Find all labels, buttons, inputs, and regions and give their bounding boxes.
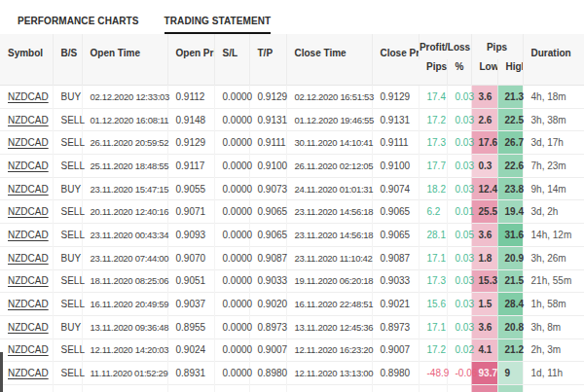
symbol-link[interactable]: NZDCAD <box>8 206 49 217</box>
symbol-cell: NZDCAD <box>0 200 53 224</box>
pips-low-cell: 0.3 <box>471 155 497 178</box>
open-time-cell: 11.11.2020 03:11:38 <box>82 384 167 392</box>
duration-cell: 1d, 11h <box>523 362 584 385</box>
duration-cell: 3d, 17h <box>523 131 584 155</box>
open-time-cell: 26.11.2020 20:59:52 <box>82 131 167 155</box>
pips-low-cell: 1.5 <box>471 293 497 316</box>
symbol-cell: NZDCAD <box>0 362 53 385</box>
duration-cell: 4h, 18m <box>523 86 584 109</box>
buy-sell-cell: SELL <box>53 384 82 392</box>
duration-cell: 21h, 55m <box>523 269 584 293</box>
profit-percent-cell: -0.01 <box>447 384 471 392</box>
close-price-cell: 0.9131 <box>372 108 419 131</box>
open-time-cell: 16.11.2020 20:49:59 <box>82 293 167 316</box>
open-time-cell: 01.12.2020 16:08:11 <box>82 108 167 131</box>
symbol-link[interactable]: NZDCAD <box>8 91 49 102</box>
profit-percent-cell: 0.03 <box>447 269 471 293</box>
symbol-cell: NZDCAD <box>0 86 53 109</box>
buy-sell-cell: SELL <box>53 269 82 293</box>
table-row: NZDCADSELL11.11.2020 03:11:380.89760.000… <box>0 384 584 392</box>
buy-sell-cell: SELL <box>53 362 82 385</box>
symbol-link[interactable]: NZDCAD <box>8 368 49 378</box>
open-price-cell: 0.9055 <box>167 177 214 200</box>
symbol-link[interactable]: NZDCAD <box>8 137 49 148</box>
buy-sell-cell: SELL <box>53 224 82 247</box>
symbol-cell: NZDCAD <box>0 339 53 362</box>
close-time-cell: 23.11.2020 11:10:42 <box>286 246 372 269</box>
stop-loss-cell: 0.0000 <box>214 293 249 316</box>
stop-loss-cell: 0.0000 <box>214 155 249 178</box>
close-time-cell: 23.11.2020 14:56:18 <box>286 224 372 247</box>
profit-pips-cell: 17.3 <box>419 269 447 293</box>
duration-cell: 3d, 2h <box>523 200 584 224</box>
stop-loss-cell: 0.0000 <box>214 315 249 339</box>
duration-cell: 3h, 38m <box>523 108 584 131</box>
pips-high-cell: 20.9 <box>497 246 523 269</box>
symbol-link[interactable]: NZDCAD <box>8 115 49 125</box>
tab-performance-charts[interactable]: PERFORMANCE CHARTS <box>18 16 139 34</box>
close-time-cell: 01.12.2020 19:46:55 <box>286 108 372 131</box>
pips-low-cell: 12.4 <box>471 177 497 200</box>
table-row: NZDCADSELL20.11.2020 12:40:160.90710.000… <box>0 200 584 224</box>
profit-pips-cell: 18.2 <box>419 177 447 200</box>
close-time-cell: 13.11.2020 12:45:36 <box>286 315 372 339</box>
duration-cell: 9h, 14m <box>523 177 584 200</box>
col-header-pl-pips: Pips <box>419 59 447 86</box>
col-group-profit-loss: Profit/Loss <box>419 34 471 59</box>
symbol-link[interactable]: NZDCAD <box>8 322 49 333</box>
pips-low-cell: 3.6 <box>471 86 497 109</box>
open-time-cell: 02.12.2020 12:33:03 <box>82 86 167 109</box>
duration-cell: 3h, 26m <box>523 246 584 269</box>
open-price-cell: 0.9070 <box>167 246 214 269</box>
duration-cell: 2h, 3m <box>523 339 584 362</box>
symbol-link[interactable]: NZDCAD <box>8 184 49 195</box>
close-time-cell: 26.11.2020 02:12:05 <box>286 155 372 178</box>
left-edge-scrollbar[interactable] <box>0 352 3 392</box>
symbol-link[interactable]: NZDCAD <box>8 230 49 240</box>
tab-trading-statement[interactable]: TRADING STATEMENT <box>164 16 272 34</box>
symbol-link[interactable]: NZDCAD <box>8 253 49 264</box>
close-price-cell: 0.9129 <box>372 86 419 109</box>
profit-pips-cell: 28.1 <box>419 224 447 247</box>
close-time-cell: 30.11.2020 14:10:41 <box>286 131 372 155</box>
open-price-cell: 0.9093 <box>167 224 214 247</box>
col-header-pl-percent: % <box>447 59 471 86</box>
close-time-cell: 23.11.2020 14:56:18 <box>286 200 372 224</box>
col-header-open-price: Open Price <box>167 34 214 86</box>
table-row: NZDCADSELL18.11.2020 08:25:060.90510.000… <box>0 269 584 293</box>
open-time-cell: 11.11.2020 01:52:29 <box>82 362 167 385</box>
close-price-cell: 0.9100 <box>372 155 419 178</box>
trading-statement-screen: PERFORMANCE CHARTS TRADING STATEMENT Sym… <box>0 0 584 392</box>
col-header-symbol: Symbol <box>0 34 53 86</box>
symbol-link[interactable]: NZDCAD <box>8 344 49 355</box>
close-price-cell: 0.9065 <box>372 200 419 224</box>
profit-percent-cell: 0.03 <box>447 86 471 109</box>
pips-low-cell: 4.1 <box>471 339 497 362</box>
symbol-cell: NZDCAD <box>0 224 53 247</box>
pips-high-cell: 28.4 <box>497 293 523 316</box>
symbol-link[interactable]: NZDCAD <box>8 299 49 309</box>
close-time-cell: 12.11.2020 13:13:00 <box>286 362 372 385</box>
table-row: NZDCADSELL25.11.2020 18:48:550.91170.000… <box>0 155 584 178</box>
symbol-cell: NZDCAD <box>0 315 53 339</box>
col-header-high: High <box>497 59 523 86</box>
pips-low-cell: 25.5 <box>471 200 497 224</box>
open-price-cell: 0.9037 <box>167 293 214 316</box>
symbol-link[interactable]: NZDCAD <box>8 275 49 286</box>
table-row: NZDCADSELL16.11.2020 20:49:590.90370.000… <box>0 293 584 316</box>
table-row: NZDCADSELL01.12.2020 16:08:110.91480.000… <box>0 108 584 131</box>
profit-pips-cell: 17.7 <box>419 155 447 178</box>
buy-sell-cell: SELL <box>53 108 82 131</box>
pips-high-cell: 23.8 <box>497 177 523 200</box>
take-profit-cell: 0.9033 <box>249 269 286 293</box>
close-price-cell: 0.9074 <box>372 177 419 200</box>
stop-loss-cell: 0.0000 <box>214 246 249 269</box>
close-price-cell: 0.8973 <box>372 315 419 339</box>
take-profit-cell: 0.8980 <box>249 362 286 385</box>
close-price-cell: 0.9111 <box>372 131 419 155</box>
buy-sell-cell: SELL <box>53 200 82 224</box>
profit-percent-cell: -0.06 <box>447 362 471 385</box>
symbol-link[interactable]: NZDCAD <box>8 160 49 171</box>
pips-high-cell: 19.4 <box>497 200 523 224</box>
stop-loss-cell: 0.0000 <box>214 269 249 293</box>
